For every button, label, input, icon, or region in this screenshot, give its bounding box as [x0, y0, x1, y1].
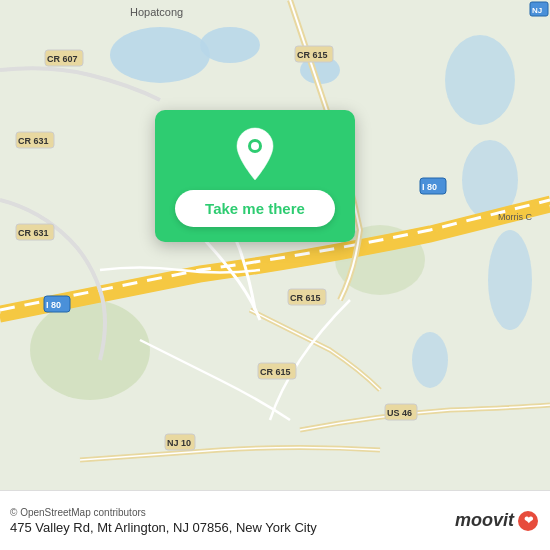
location-card: Take me there — [155, 110, 355, 242]
svg-point-35 — [251, 142, 259, 150]
svg-text:NJ: NJ — [532, 6, 542, 15]
svg-point-2 — [200, 27, 260, 63]
svg-text:CR 631: CR 631 — [18, 228, 49, 238]
moovit-logo: moovit ❤ — [455, 510, 538, 531]
moovit-logo-text: moovit — [455, 510, 514, 531]
footer-bar: © OpenStreetMap contributors 475 Valley … — [0, 490, 550, 550]
svg-text:CR 631: CR 631 — [18, 136, 49, 146]
svg-text:US 46: US 46 — [387, 408, 412, 418]
svg-text:I 80: I 80 — [422, 182, 437, 192]
footer-left: © OpenStreetMap contributors 475 Valley … — [10, 507, 317, 535]
map-svg: Hopatcong CR 607 CR 615 CR 631 CR 631 I … — [0, 0, 550, 490]
svg-text:Morris C: Morris C — [498, 212, 532, 222]
take-me-there-button[interactable]: Take me there — [175, 190, 335, 227]
svg-point-4 — [445, 35, 515, 125]
svg-text:CR 615: CR 615 — [260, 367, 291, 377]
moovit-heart-icon: ❤ — [518, 511, 538, 531]
svg-point-8 — [30, 300, 150, 400]
copyright-text: © OpenStreetMap contributors — [10, 507, 317, 518]
svg-text:CR 615: CR 615 — [297, 50, 328, 60]
svg-point-7 — [412, 332, 448, 388]
svg-text:CR 615: CR 615 — [290, 293, 321, 303]
address-text: 475 Valley Rd, Mt Arlington, NJ 07856, N… — [10, 520, 317, 535]
svg-point-1 — [110, 27, 210, 83]
svg-text:Hopatcong: Hopatcong — [130, 6, 183, 18]
svg-text:CR 607: CR 607 — [47, 54, 78, 64]
svg-text:I 80: I 80 — [46, 300, 61, 310]
map-container: Hopatcong CR 607 CR 615 CR 631 CR 631 I … — [0, 0, 550, 490]
pin-icon-container — [229, 128, 281, 180]
svg-point-6 — [488, 230, 532, 330]
svg-text:NJ 10: NJ 10 — [167, 438, 191, 448]
map-pin-icon — [231, 126, 279, 182]
